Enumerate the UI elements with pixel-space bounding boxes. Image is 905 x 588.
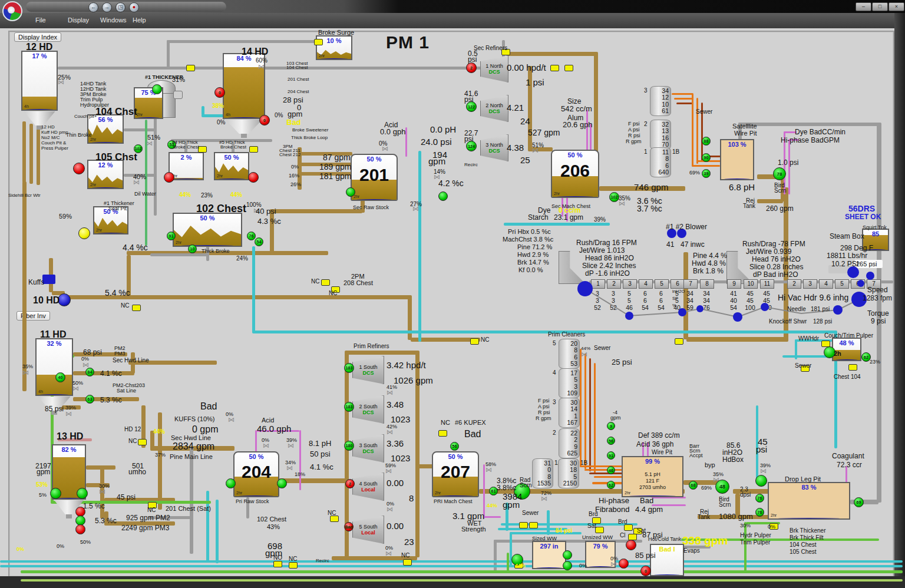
valve[interactable] — [529, 522, 538, 528]
control-valve-icon[interactable]: ⋈ — [146, 140, 153, 147]
status-indicator[interactable] — [50, 488, 61, 499]
valve[interactable] — [198, 146, 207, 153]
status-indicator[interactable]: 39 — [702, 169, 711, 178]
menu-file[interactable]: File — [35, 16, 46, 24]
valve[interactable] — [132, 305, 141, 311]
tank-t206[interactable]: 50 %2062hr — [551, 150, 599, 198]
valve[interactable] — [595, 527, 604, 533]
control-valve-icon[interactable]: ⋈ — [263, 442, 269, 449]
status-indicator[interactable]: 2 — [345, 479, 355, 488]
status-indicator[interactable]: 78 — [773, 167, 786, 180]
valve[interactable] — [289, 562, 298, 569]
menu-windows[interactable]: Windows — [100, 16, 127, 24]
cleaner-bank[interactable]: 30141167 — [559, 398, 580, 428]
tank-t201[interactable]: 50 %2012hr — [351, 154, 398, 201]
status-indicator[interactable]: 0 — [259, 115, 270, 125]
valve[interactable] — [138, 439, 147, 445]
status-indicator[interactable] — [626, 540, 636, 550]
toolbar-snapshot[interactable]: ◳ — [115, 2, 125, 12]
control-valve-icon[interactable]: ⋈ — [581, 351, 587, 358]
tank-drop-leg-pit[interactable]: 83 %2hr — [768, 482, 850, 520]
cleaner-bank[interactable]: 2229625 — [559, 428, 580, 458]
valve[interactable] — [470, 338, 479, 345]
tank-c102[interactable]: 50 %2hr — [173, 213, 242, 247]
control-valve-icon[interactable]: ⋈ — [541, 495, 547, 502]
control-valve-icon[interactable]: ⋈ — [286, 465, 293, 471]
control-valve-icon[interactable]: ⋈ — [760, 468, 767, 474]
status-indicator[interactable]: 0 — [214, 87, 225, 98]
control-valve-icon[interactable]: ⋈ — [228, 417, 234, 423]
control-valve-icon[interactable]: ⋈ — [22, 369, 29, 376]
cleaner-bank[interactable]: 208653 — [559, 339, 580, 369]
status-indicator[interactable] — [438, 191, 448, 201]
control-valve-icon[interactable]: ⋈ — [387, 389, 393, 396]
status-indicator[interactable]: 90 — [702, 153, 711, 162]
valve[interactable] — [438, 430, 447, 437]
status-indicator[interactable] — [226, 478, 236, 488]
control-valve-icon[interactable]: ⋈ — [65, 411, 72, 417]
status-indicator[interactable]: 10 — [188, 245, 197, 253]
display-index-button[interactable]: Display Index — [14, 32, 61, 42]
status-indicator[interactable]: 91 — [607, 451, 615, 460]
control-valve-icon[interactable]: ⋈ — [610, 561, 617, 567]
status-indicator[interactable] — [75, 524, 85, 534]
control-valve-icon[interactable]: ⋈ — [385, 468, 392, 474]
status-indicator[interactable]: 2 — [466, 62, 477, 73]
tank-t11hd[interactable]: 32 %4h — [35, 338, 73, 396]
status-indicator[interactable]: 56 — [607, 437, 615, 445]
cleaner-bank[interactable]: 34121061 — [650, 86, 671, 116]
app-logo-icon[interactable] — [2, 1, 22, 21]
valve[interactable] — [550, 65, 559, 71]
tank-couch-trim-pulper[interactable]: 48 % — [832, 338, 861, 361]
control-valve-icon[interactable]: ⋈ — [72, 385, 79, 392]
tank-satellite-wire-pit[interactable]: 103 % — [720, 139, 754, 180]
cleaner-bank[interactable]: 1753109 — [559, 368, 580, 398]
status-indicator[interactable]: 88 — [702, 137, 711, 146]
tank-wire-pit[interactable]: 99 %5.1 pH121 F2703 umho2hr — [622, 456, 683, 497]
tank-b5-chest[interactable]: 50 %2hr — [214, 152, 249, 180]
valve[interactable] — [330, 516, 339, 522]
tank-t204[interactable]: 50 %2042hr — [233, 451, 279, 497]
valve[interactable] — [519, 522, 528, 528]
status-indicator[interactable]: 183 — [344, 363, 354, 373]
menu-help[interactable]: Help — [133, 16, 146, 24]
status-indicator[interactable]: Bad — [344, 522, 354, 531]
valve[interactable] — [249, 146, 258, 153]
control-valve-icon[interactable]: ⋈ — [258, 64, 265, 70]
status-indicator[interactable]: 56 — [450, 442, 459, 451]
status-indicator[interactable]: 48 — [715, 480, 729, 494]
status-indicator[interactable] — [73, 163, 85, 174]
status-indicator[interactable] — [77, 488, 88, 499]
status-indicator[interactable]: 40 — [55, 372, 65, 382]
status-indicator[interactable] — [277, 478, 287, 488]
control-valve-icon[interactable]: ⋈ — [99, 488, 105, 495]
minimize-button[interactable]: – — [856, 2, 871, 11]
tank-c105[interactable]: 12 %2hr — [87, 160, 124, 189]
valve[interactable] — [675, 338, 683, 345]
status-indicator[interactable] — [152, 84, 162, 94]
valve[interactable] — [848, 364, 857, 371]
status-indicator[interactable]: 84 — [85, 368, 94, 376]
status-indicator[interactable] — [248, 172, 259, 183]
valve[interactable] — [321, 279, 330, 286]
control-valve-icon[interactable]: ⋈ — [485, 467, 492, 473]
status-indicator[interactable]: 68 — [689, 481, 698, 490]
status-indicator[interactable] — [346, 187, 355, 197]
cleaner-bank[interactable]: 301852150 — [558, 458, 579, 488]
tank-hot-cold-tank[interactable]: Bad I — [650, 544, 684, 576]
status-indicator[interactable]: 76 — [755, 494, 764, 503]
valve[interactable] — [273, 561, 282, 567]
valve[interactable] — [403, 559, 412, 566]
status-indicator[interactable]: 76 — [755, 508, 764, 517]
control-valve-icon[interactable]: ⋈ — [387, 429, 393, 435]
cleaner-bank[interactable]: 31081535 — [532, 458, 553, 488]
status-indicator[interactable] — [563, 561, 572, 570]
status-indicator[interactable]: 62 — [607, 481, 615, 489]
valve[interactable] — [186, 65, 195, 71]
menu-display[interactable]: Display — [68, 16, 89, 24]
tank-t207[interactable]: 50 %2072hr — [432, 451, 479, 497]
status-indicator[interactable]: 0 — [640, 566, 651, 576]
status-indicator[interactable]: 91 — [167, 232, 176, 240]
toolbar-record[interactable]: ● — [129, 2, 139, 12]
status-indicator[interactable] — [619, 559, 629, 569]
